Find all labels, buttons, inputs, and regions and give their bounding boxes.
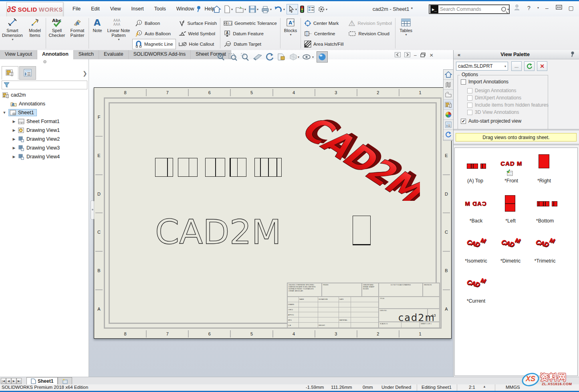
thumb-isometric-view[interactable]: CADM xyxy=(460,235,491,251)
nav-last-button[interactable]: ▶| xyxy=(16,378,22,384)
nav-next-button[interactable]: ▶ xyxy=(11,378,16,384)
pin-panel-icon[interactable] xyxy=(570,51,575,59)
add-sheet-tab[interactable] xyxy=(58,377,72,384)
browse-document-button[interactable]: ... xyxy=(511,61,522,71)
palette-splitter2[interactable] xyxy=(454,144,579,145)
close-palette-button[interactable]: ✕ xyxy=(537,61,547,71)
tree-drawing-view4[interactable]: ▶ Drawing View4 xyxy=(1,152,88,161)
drawing-view-isometric[interactable]: CAD2M CAD2M xyxy=(300,107,420,201)
hide-show-items-icon[interactable]: ▾ xyxy=(302,53,314,61)
new-document-button[interactable]: ▾ xyxy=(223,4,234,14)
status-units[interactable]: MMGS xyxy=(506,385,520,390)
search-input[interactable]: Search Commands xyxy=(440,6,501,12)
tree-filter-input[interactable] xyxy=(2,81,87,89)
scale-caret[interactable]: ▲ xyxy=(483,385,486,388)
refresh-palette-button[interactable] xyxy=(524,61,535,71)
tab-sketch[interactable]: Sketch xyxy=(74,50,99,59)
home-button[interactable] xyxy=(212,4,222,14)
rotate-view-icon[interactable] xyxy=(265,53,274,61)
doc-minimize-button[interactable]: – xyxy=(414,53,417,58)
view-settings-icon[interactable] xyxy=(317,51,328,63)
tab-property-manager-icon[interactable] xyxy=(19,66,36,80)
sheet1-tab[interactable]: Sheet1 xyxy=(26,377,58,384)
blocks-button[interactable]: A° Blocks▾ xyxy=(281,16,300,50)
doc-close-button[interactable]: ✕ xyxy=(430,53,434,58)
thumb-dimetric-view[interactable]: CADM xyxy=(495,235,525,251)
restore-panes-button[interactable] xyxy=(555,4,563,11)
appearances-icon[interactable] xyxy=(444,110,453,120)
thumb-left-view[interactable] xyxy=(505,195,515,212)
tree-root-cad2m[interactable]: cad2m xyxy=(1,91,88,99)
panel-expand-chevron[interactable]: ❯ xyxy=(83,70,87,77)
magnetic-line-button[interactable]: Magnetic Line xyxy=(132,39,176,49)
pane-left-button[interactable] xyxy=(395,52,401,59)
drawing-view-top[interactable] xyxy=(155,158,283,177)
menu-view[interactable]: View xyxy=(107,5,125,14)
file-explorer-icon[interactable] xyxy=(444,90,453,100)
centerline-button[interactable]: Centerline xyxy=(302,28,346,39)
tables-button[interactable]: Tables▾ xyxy=(396,16,416,50)
auto-balloon-button[interactable]: 1 Auto Balloon xyxy=(132,28,176,39)
datum-target-button[interactable]: A1 Datum Target xyxy=(221,39,279,49)
status-scale[interactable]: 2:1 xyxy=(469,385,475,390)
thumb-current-view[interactable]: CADM xyxy=(460,275,491,291)
tree-sheet-format1[interactable]: ▶ Sheet Format1 xyxy=(1,117,88,126)
minimize-button[interactable]: – xyxy=(543,5,551,11)
palette-document-select[interactable]: cad2m.SLDPRT▾ xyxy=(456,62,508,71)
model-items-button[interactable]: Model Items xyxy=(25,16,45,50)
tab-feature-tree-icon[interactable] xyxy=(2,66,18,80)
tab-annotation[interactable]: Annotation xyxy=(37,50,74,59)
zoom-previous-icon[interactable] xyxy=(240,53,250,61)
tab-view-layout[interactable]: View Layout xyxy=(0,50,37,59)
custom-properties-icon[interactable] xyxy=(444,120,453,130)
geometric-tolerance-button[interactable]: 0.1 Geometric Tolerance xyxy=(221,18,279,28)
search-scope-icon[interactable]: ▸_ xyxy=(430,5,438,13)
nav-prev-button[interactable]: ◀ xyxy=(6,378,11,384)
tab-evaluate[interactable]: Evaluate xyxy=(99,50,129,59)
tree-drawing-view1[interactable]: ▶ Drawing View1 xyxy=(1,126,88,135)
open-button[interactable]: ▾ xyxy=(234,4,247,14)
select-button[interactable]: ▾ xyxy=(286,4,298,14)
option-autostart-projected[interactable]: Auto-start projected view xyxy=(461,118,521,124)
collapse-panel-icon[interactable]: « xyxy=(458,52,460,58)
option-import-annotations[interactable]: Import Annotations xyxy=(461,79,508,85)
user-account-icon[interactable] xyxy=(513,4,521,12)
tree-annotations[interactable]: A Annotations xyxy=(1,99,88,108)
interference-traffic-light-icon[interactable] xyxy=(299,4,305,14)
thumb-back-view[interactable]: CAD M xyxy=(459,198,492,208)
options-list-icon[interactable] xyxy=(306,4,316,14)
help-caret[interactable]: ▾ xyxy=(537,6,539,10)
center-mark-button[interactable]: Center Mark xyxy=(302,18,346,28)
thumb-front-view[interactable]: CAD M xyxy=(496,158,527,168)
pane-right-button[interactable] xyxy=(404,52,410,59)
undo-button[interactable]: ▾ xyxy=(273,4,286,14)
revision-symbol-button[interactable]: 1 Revision Symbol xyxy=(346,18,394,28)
view-palette-tab-icon[interactable] xyxy=(444,100,453,110)
search-commands-box[interactable]: ▸_ Search Commands ▾ xyxy=(429,4,510,14)
spell-checker-button[interactable]: Abc Spell Checker xyxy=(47,16,67,50)
smart-dimension-button[interactable]: Smart Dimension▾ xyxy=(0,16,25,50)
balloon-button[interactable]: 1 Balloon xyxy=(132,18,176,28)
zoom-to-area-icon[interactable] xyxy=(228,53,238,61)
menu-edit[interactable]: Edit xyxy=(87,5,103,14)
save-button[interactable]: ▾ xyxy=(248,4,259,14)
design-library-icon[interactable] xyxy=(444,80,453,90)
forum-sync-icon[interactable] xyxy=(444,130,453,140)
display-style-icon[interactable]: ▾ xyxy=(289,53,299,61)
menu-tools[interactable]: Tools xyxy=(151,5,169,14)
linear-note-pattern-button[interactable]: AAAAAA Linear Note Pattern▾ xyxy=(105,16,132,50)
search-icon[interactable] xyxy=(501,7,506,12)
surface-finish-button[interactable]: Surface Finish xyxy=(176,18,220,28)
pin-menu-icon[interactable] xyxy=(196,5,202,14)
tree-drawing-view2[interactable]: ▶ Drawing View2 xyxy=(1,135,88,143)
nav-first-button[interactable]: |◀ xyxy=(1,378,6,384)
tree-drawing-view3[interactable]: ▶ Drawing View3 xyxy=(1,143,88,152)
menu-file[interactable]: File xyxy=(69,5,84,14)
palette-splitter[interactable] xyxy=(454,129,579,130)
3d-drawing-view-icon[interactable] xyxy=(277,53,286,61)
thumb-trimetric-view[interactable]: CADM xyxy=(529,235,560,251)
panel-splitter-dot[interactable] xyxy=(43,60,46,63)
zoom-to-fit-icon[interactable] xyxy=(216,53,225,61)
maximize-button[interactable]: ▢ xyxy=(567,5,575,11)
thumb-top-view[interactable] xyxy=(460,161,492,171)
